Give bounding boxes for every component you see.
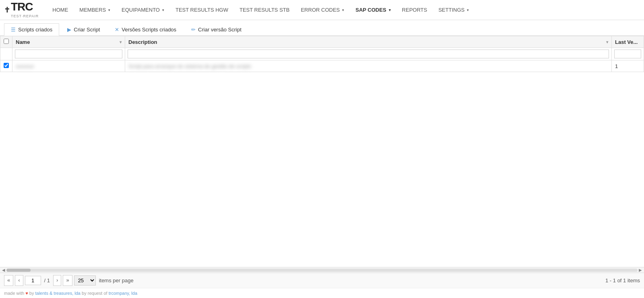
footer-text-after: by request of <box>82 291 109 296</box>
chevron-down-icon: ▾ <box>162 8 164 12</box>
nav-link-sap-codes[interactable]: SAP CODES ▾ <box>350 0 396 20</box>
nav-item-reports[interactable]: REPORTS <box>396 0 433 20</box>
footer-link-trcompany[interactable]: trcompany, lda <box>109 291 137 296</box>
nav-item-equipamento[interactable]: EQUIPAMENTO ▾ <box>116 0 170 20</box>
row-name-cell: xxxxxxx <box>12 60 125 72</box>
versions-icon: ✕ <box>115 27 119 33</box>
table-row: xxxxxxx Script para arranque do sistema … <box>0 60 644 72</box>
nav-link-error-codes[interactable]: ERROR CODES ▾ <box>295 0 350 20</box>
chevron-down-icon: ▾ <box>342 8 344 12</box>
footer-text-middle: by <box>29 291 35 296</box>
nav-item-error-codes[interactable]: ERROR CODES ▾ <box>295 0 350 20</box>
tab-criar-versao[interactable]: ✏ Criar versão Script <box>184 23 248 35</box>
table-body: xxxxxxx Script para arranque do sistema … <box>0 60 644 72</box>
filter-description-input[interactable] <box>128 50 609 58</box>
row-checkbox[interactable] <box>4 63 9 68</box>
hscroll-thumb[interactable] <box>6 269 31 272</box>
header-description-col[interactable]: Description ▾ <box>125 36 612 48</box>
pagination-prev-button[interactable]: ‹ <box>15 275 23 286</box>
sort-icon: ▾ <box>120 40 122 44</box>
pagination-total-info: 1 - 1 of 1 items <box>605 277 640 284</box>
chevron-down-icon: ▾ <box>108 8 110 12</box>
pagination-first-button[interactable]: « <box>4 275 13 286</box>
play-icon: ▶ <box>67 27 71 33</box>
brand-name: TRC <box>11 1 39 12</box>
row-description-value: Script para arranque do sistema de gestã… <box>128 63 251 69</box>
nav-item-test-hgw[interactable]: TEST RESULTS HGW <box>170 0 234 20</box>
brand-logo-link[interactable]: ✝ TRC TEST·REPAIR <box>4 1 39 19</box>
header-name-col[interactable]: Name ▾ <box>12 36 125 48</box>
table-scroll-area[interactable]: Name ▾ Description ▾ Las <box>0 36 644 267</box>
footer-link-talents[interactable]: talents & treasures, lda <box>35 291 80 296</box>
horizontal-scrollbar[interactable]: ◀ ▶ <box>0 267 644 273</box>
row-checkbox-cell <box>0 60 12 72</box>
hscroll-track[interactable] <box>6 269 638 272</box>
nav-item-settings[interactable]: SETTINGS ▾ <box>433 0 475 20</box>
filter-lastver-cell <box>612 48 644 60</box>
row-lastver-cell: 1 <box>612 60 644 72</box>
filter-checkbox-cell <box>0 48 12 60</box>
nav-link-test-hgw[interactable]: TEST RESULTS HGW <box>170 0 234 20</box>
pagination-last-button[interactable]: » <box>63 275 72 286</box>
hscroll-right-arrow[interactable]: ▶ <box>638 268 643 272</box>
items-per-page-label: items per page <box>99 277 134 284</box>
chevron-down-icon: ▾ <box>389 8 391 12</box>
select-all-checkbox[interactable] <box>4 39 9 44</box>
nav-item-home[interactable]: HOME <box>47 0 74 20</box>
tabs-bar: ☰ Scripts criados ▶ Criar Script ✕ Versõ… <box>0 20 644 36</box>
footer-heart: ♥ <box>25 291 28 296</box>
navbar: ✝ TRC TEST·REPAIR HOME MEMBERS ▾ EQUIPAM… <box>0 0 644 20</box>
filter-lastver-input[interactable] <box>614 50 641 58</box>
pagination-bar: « ‹ / 1 › » 25 50 100 items per page 1 -… <box>0 273 644 288</box>
pagination-next-button[interactable]: › <box>53 275 61 286</box>
header-checkbox-col <box>0 36 12 48</box>
pagination-per-page-select[interactable]: 25 50 100 <box>74 275 96 286</box>
pencil-icon: ✏ <box>191 27 196 33</box>
scripts-table: Name ▾ Description ▾ Las <box>0 36 644 72</box>
nav-link-members[interactable]: MEMBERS ▾ <box>74 0 116 20</box>
nav-item-test-stb[interactable]: TEST RESULTS STB <box>234 0 295 20</box>
footer: made with ♥ by talents & treasures, lda … <box>0 288 644 298</box>
nav-link-equipamento[interactable]: EQUIPAMENTO ▾ <box>116 0 170 20</box>
footer-text-before: made with <box>4 291 25 296</box>
nav-item-sap-codes[interactable]: SAP CODES ▾ <box>350 0 396 20</box>
table-header-row: Name ▾ Description ▾ Las <box>0 36 644 48</box>
row-description-cell: Script para arranque do sistema de gestã… <box>125 60 612 72</box>
content-body: Name ▾ Description ▾ Las <box>0 36 644 288</box>
filter-description-cell <box>125 48 612 60</box>
row-name-value: xxxxxxx <box>16 63 34 69</box>
list-icon: ☰ <box>11 27 16 33</box>
chevron-down-icon: ▾ <box>467 8 469 12</box>
header-lastver-col[interactable]: Last Ve... <box>612 36 644 48</box>
nav-link-reports[interactable]: REPORTS <box>396 0 433 20</box>
brand-cross-icon: ✝ <box>4 6 10 14</box>
hscroll-left-arrow[interactable]: ◀ <box>1 268 6 272</box>
brand-subtitle: TEST·REPAIR <box>11 14 39 18</box>
main-nav: HOME MEMBERS ▾ EQUIPAMENTO ▾ TEST RESULT… <box>47 0 475 20</box>
nav-link-home[interactable]: HOME <box>47 0 74 20</box>
table-filter-row <box>0 48 644 60</box>
nav-item-members[interactable]: MEMBERS ▾ <box>74 0 116 20</box>
pagination-page-input[interactable] <box>25 276 41 285</box>
row-lastver-value: 1 <box>615 63 618 69</box>
filter-name-cell <box>12 48 125 60</box>
tab-versoes-scripts[interactable]: ✕ Versões Scripts criados <box>108 23 183 35</box>
tab-criar-script[interactable]: ▶ Criar Script <box>60 23 107 35</box>
pagination-of-label: / 1 <box>44 277 50 284</box>
sort-icon: ▾ <box>606 40 608 44</box>
nav-link-test-stb[interactable]: TEST RESULTS STB <box>234 0 295 20</box>
main-content: ☰ Scripts criados ▶ Criar Script ✕ Versõ… <box>0 20 644 298</box>
tab-scripts-criados[interactable]: ☰ Scripts criados <box>4 23 59 36</box>
nav-link-settings[interactable]: SETTINGS ▾ <box>433 0 475 20</box>
filter-name-input[interactable] <box>15 50 122 58</box>
